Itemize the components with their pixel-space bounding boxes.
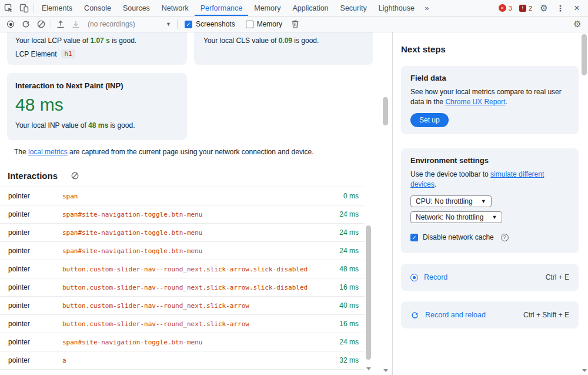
record-reload-action-label: Record and reload [425,311,486,319]
tab-strip: ElementsConsoleSourcesNetworkPerformance… [36,0,420,16]
checkbox-icon: ✓ [185,21,192,28]
performance-toolbar: (no recordings) ▼ ✓ Screenshots Memory ⚙ [0,16,588,32]
set-up-button[interactable]: Set up [410,113,449,127]
save-profile-button[interactable] [68,16,83,32]
interaction-duration: 24 ms [328,247,359,255]
tab-security[interactable]: Security [335,0,373,16]
interaction-duration: 16 ms [328,320,359,328]
devtools-settings-button[interactable]: ⚙ [536,1,552,16]
tab-network[interactable]: Network [156,0,195,16]
tab-lighthouse[interactable]: Lighthouse [373,0,420,16]
device-toolbar-icon [19,4,29,13]
panel-settings-button[interactable]: ⚙ [570,16,585,32]
chevron-down-icon: ▼ [492,214,497,220]
interaction-target-link[interactable]: a [62,357,328,364]
interaction-row[interactable]: pointerspan#site-navigation-toggle.btn-m… [0,333,365,351]
devtools-menu-button[interactable]: ⋮ [553,1,568,16]
scrollbar-thumb[interactable] [582,34,587,75]
interaction-duration: 16 ms [328,283,359,291]
issue-count: 2 [529,5,532,12]
close-icon: × [574,2,580,14]
record-and-reload-button[interactable] [18,16,34,32]
interaction-target-link[interactable]: button.custom-slider-nav--round_next.sli… [62,302,328,310]
interaction-type: pointer [8,210,62,218]
interaction-target-link[interactable]: button.custom-slider-nav--round_next.sli… [62,266,328,273]
interaction-row[interactable]: pointerspan#site-navigation-toggle.btn-m… [0,205,365,224]
disable-network-cache-label: Disable network cache [423,233,494,241]
interaction-type: pointer [8,192,62,200]
toolbar-divider [34,4,34,13]
interaction-row[interactable]: pointerbutton.custom-slider-nav--round_n… [0,315,365,333]
network-throttling-select[interactable]: Network: No throttling ▼ [410,211,502,223]
interaction-row[interactable]: pointerbutton.custom-slider-nav--round_n… [0,297,365,315]
interaction-target-link[interactable]: button.custom-slider-nav--round_next.sli… [62,320,328,328]
sidebar-title: Next steps [401,44,446,54]
memory-checkbox[interactable]: Memory [240,20,288,28]
tab-performance[interactable]: Performance [195,0,249,16]
lcp-metric-card: Your local LCP value of 1.07 s is good. … [7,32,187,65]
interaction-duration: 24 ms [328,228,359,237]
inp-big-value: 48 ms [15,95,179,115]
interaction-row[interactable]: pointerspan#site-navigation-toggle.btn-m… [0,224,365,242]
lcp-value: 1.07 s [90,36,109,45]
issues-badge[interactable]: ! 2 [516,5,535,12]
disable-network-cache-checkbox[interactable]: ✓ Disable network cache ? [410,233,569,241]
interactions-scrollbar[interactable] [365,187,372,375]
interaction-target-link[interactable]: span#site-navigation-toggle.btn-menu [62,211,328,218]
clear-interactions-button[interactable] [69,170,80,181]
inspect-element-button[interactable] [1,1,16,16]
screenshots-checkbox[interactable]: ✓ Screenshots [179,20,240,28]
interaction-row[interactable]: pointerspan#site-navigation-toggle.btn-m… [0,242,365,260]
main-scrollbar[interactable] [382,32,389,375]
interaction-row[interactable]: pointera32 ms [0,351,365,370]
tab-application[interactable]: Application [286,0,334,16]
lcp-element-node-link[interactable]: h1 [61,49,75,58]
inp-card-title: Interaction to Next Paint (INP) [15,81,179,90]
clear-recordings-button[interactable] [34,16,49,32]
record-and-reload-action-card[interactable]: Record and reload Ctrl + Shift + E [401,301,579,328]
interaction-row[interactable]: pointerspan0 ms [0,187,365,205]
load-profile-button[interactable] [53,16,68,32]
devtools-window: ElementsConsoleSourcesNetworkPerformance… [0,0,588,375]
scroll-down-arrow-icon[interactable] [383,369,388,372]
scroll-down-arrow-icon[interactable] [582,369,587,372]
tab-sources[interactable]: Sources [117,0,156,16]
local-metrics-note: The local metrics are captured from the … [14,148,314,156]
interaction-duration: 48 ms [328,265,359,273]
checkbox-icon [246,21,253,28]
interaction-type: pointer [8,247,62,255]
device-toolbar-button[interactable] [16,1,32,16]
interaction-type: pointer [8,283,62,291]
console-errors-badge[interactable]: ✕ 3 [496,4,515,12]
record-action-card[interactable]: Record Ctrl + E [401,264,579,291]
chevron-double-right-icon: » [425,4,429,12]
local-metrics-link[interactable]: local metrics [28,148,68,156]
record-button[interactable] [3,16,18,32]
collect-garbage-button[interactable] [288,16,303,32]
chevron-down-icon: ▼ [481,198,486,204]
checkbox-icon: ✓ [410,234,418,241]
more-tabs-button[interactable]: » [420,1,433,16]
interaction-row[interactable]: pointerbutton.custom-slider-nav--round_n… [0,260,365,278]
interaction-target-link[interactable]: span [62,193,328,200]
tab-memory[interactable]: Memory [248,0,286,16]
devtools-close-button[interactable]: × [569,1,584,16]
tab-console[interactable]: Console [78,0,117,16]
chrome-ux-report-link[interactable]: Chrome UX Report [445,98,505,106]
interaction-target-link[interactable]: button.custom-slider-nav--round_next.sli… [62,284,328,291]
sidebar-scrollbar[interactable] [580,32,588,375]
interaction-target-link[interactable]: span#site-navigation-toggle.btn-menu [62,339,328,346]
issues-icon: ! [519,5,526,12]
interaction-target-link[interactable]: span#site-navigation-toggle.btn-menu [62,247,328,255]
tab-elements[interactable]: Elements [36,0,78,16]
scrollbar-thumb[interactable] [366,225,371,360]
recordings-select[interactable]: (no recordings) ▼ [83,20,175,28]
field-data-card: Field data See how your local metrics co… [401,66,579,134]
interaction-target-link[interactable]: span#site-navigation-toggle.btn-menu [62,229,328,237]
cpu-throttling-select[interactable]: CPU: No throttling ▼ [410,195,492,207]
upload-icon [56,19,65,29]
interaction-row[interactable]: pointerbutton.custom-slider-nav--round_n… [0,278,365,297]
scrollbar-thumb[interactable] [383,97,388,125]
scroll-down-arrow-icon[interactable] [366,367,371,370]
help-icon[interactable]: ? [501,234,509,241]
